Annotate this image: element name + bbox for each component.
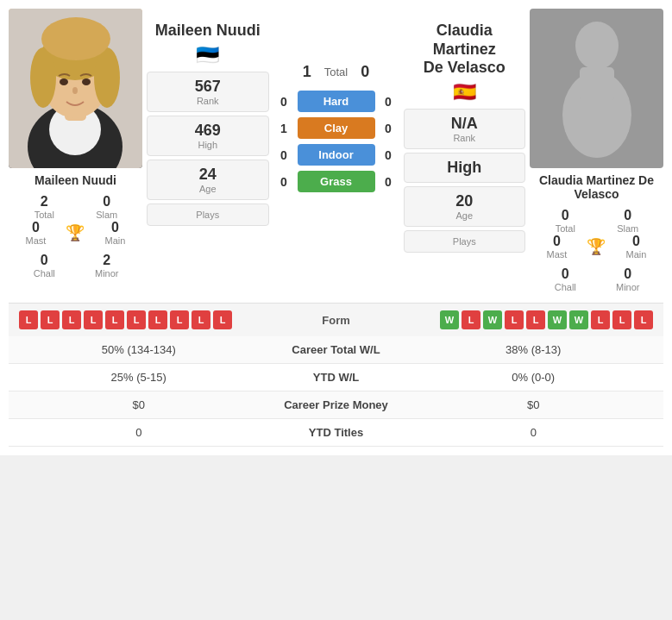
center-section: 1 Total 0 0 Hard 0 1 Clay 0 0 Indoor 0 0 (273, 9, 399, 195)
trophy-icon-left: 🏆 (66, 223, 85, 242)
player2-panel: Claudia Martinez De Velasco 0 Total 0 Sl… (530, 9, 663, 292)
player1-age-box: 24 Age (147, 160, 269, 200)
player2-form: WLWLLWWLLL (372, 310, 654, 329)
player1-name: Maileen Nuudi (35, 173, 116, 187)
form-badge: L (526, 310, 545, 329)
form-badge: W (548, 310, 567, 329)
form-label: Form (306, 314, 367, 327)
player2-minor: 0 Minor (601, 266, 656, 292)
clay-row: 1 Clay 0 (278, 117, 395, 139)
grass-button[interactable]: Grass (298, 171, 375, 192)
player1-bottom-stats: 0 Chall 2 Minor (9, 253, 142, 279)
player2-flag: 🇪🇸 (453, 81, 476, 103)
indoor-row: 0 Indoor 0 (278, 144, 395, 166)
grass-row: 0 Grass 0 (278, 171, 395, 192)
middle-panel: Maileen Nuudi 🇪🇪 567 Rank 469 High 24 Ag… (142, 9, 273, 229)
player2-silhouette (530, 9, 663, 168)
prize-label: Career Prize Money (259, 398, 414, 411)
ytd-wl-label: YTD W/L (259, 371, 414, 384)
ytd-wl-row: 25% (5-15) YTD W/L 0% (0-0) (9, 364, 663, 391)
player2-name: Claudia Martinez De Velasco (530, 173, 663, 201)
trophy-icon-right: 🏆 (587, 237, 606, 256)
form-badge: L (127, 310, 146, 329)
player2-plays-box: Plays (404, 230, 526, 253)
player1-trophy-row: 0 Mast 🏆 0 Main (9, 220, 142, 246)
svg-point-7 (94, 47, 120, 108)
svg-point-10 (72, 87, 78, 94)
player1-form: LLLLLLLLLL (19, 310, 301, 329)
player1-panel: Maileen Nuudi 2 Total 0 Slam 0 Mast 🏆 (9, 9, 142, 279)
titles-label: YTD Titles (259, 426, 414, 439)
player1-career-wl: 50% (134-134) (19, 343, 259, 356)
player2-chall: 0 Chall (538, 266, 593, 292)
clay-button[interactable]: Clay (298, 117, 375, 139)
player2-total: 0 Total (538, 208, 593, 234)
main-container: Maileen Nuudi 2 Total 0 Slam 0 Mast 🏆 (0, 0, 672, 455)
player2-slam: 0 Slam (601, 208, 656, 234)
player2-bottom-stats: 0 Chall 0 Minor (530, 266, 663, 292)
hard-button[interactable]: Hard (298, 91, 375, 112)
svg-point-8 (60, 78, 68, 85)
form-badge: L (213, 310, 232, 329)
player1-photo (9, 9, 142, 168)
form-badge: L (505, 310, 524, 329)
svg-point-11 (575, 22, 619, 70)
player1-high-box: 469 High (147, 116, 269, 156)
form-badge: L (170, 310, 189, 329)
svg-point-6 (30, 47, 56, 108)
player1-flag: 🇪🇪 (196, 44, 219, 66)
player2-main: 0 Main (626, 234, 647, 260)
svg-rect-13 (580, 67, 614, 102)
player2-header-name: Claudia Martinez De Velasco (404, 22, 526, 78)
player1-titles: 0 (19, 426, 259, 439)
form-badge: L (19, 310, 38, 329)
form-badge: W (440, 310, 459, 329)
form-badge: L (192, 310, 210, 329)
player1-ytd-wl: 25% (5-15) (19, 371, 259, 384)
player1-main: 0 Main (105, 220, 126, 246)
form-badge: L (612, 310, 631, 329)
form-badge: W (483, 310, 502, 329)
indoor-button[interactable]: Indoor (298, 144, 375, 166)
career-wl-row: 50% (134-134) Career Total W/L 38% (8-13… (9, 336, 663, 364)
player2-mast: 0 Mast (547, 234, 568, 260)
player2-ytd-wl: 0% (0-0) (414, 371, 654, 384)
player2-high-box: High (404, 153, 526, 183)
player1-header-name: Maileen Nuudi (155, 22, 261, 41)
player1-stats-grid: 2 Total 0 Slam (9, 194, 142, 220)
player2-prize: $0 (414, 398, 654, 411)
player1-chall: 0 Chall (17, 253, 72, 279)
form-badge: L (84, 310, 103, 329)
svg-point-9 (82, 78, 91, 85)
titles-row: 0 YTD Titles 0 (9, 419, 663, 447)
form-badge: W (569, 310, 588, 329)
player2-age-box: 20 Age (404, 186, 526, 227)
player2-rank-box: N/A Rank (404, 109, 526, 149)
player2-stats-grid: 0 Total 0 Slam (530, 208, 663, 234)
player2-career-wl: 38% (8-13) (414, 343, 654, 356)
player1-prize: $0 (19, 398, 259, 411)
hard-row: 0 Hard 0 (278, 91, 395, 112)
form-row: LLLLLLLLLL Form WLWLLWWLLL (9, 304, 663, 336)
form-badge: L (462, 310, 480, 329)
form-badge: L (634, 310, 653, 329)
player1-minor: 2 Minor (80, 253, 135, 279)
career-wl-label: Career Total W/L (259, 343, 414, 356)
form-badge: L (105, 310, 124, 329)
top-section: Maileen Nuudi 2 Total 0 Slam 0 Mast 🏆 (9, 9, 663, 292)
total-row: 1 Total 0 (303, 63, 370, 81)
stats-table: 50% (134-134) Career Total W/L 38% (8-13… (9, 336, 663, 447)
form-badge: L (41, 310, 60, 329)
form-badge: L (62, 310, 81, 329)
form-badge: L (148, 310, 167, 329)
player2-trophy-row: 0 Mast 🏆 0 Main (530, 234, 663, 260)
player2-photo (530, 9, 663, 168)
bottom-section: LLLLLLLLLL Form WLWLLWWLLL 50% (134-134)… (9, 303, 663, 447)
form-badge: L (591, 310, 610, 329)
prize-row: $0 Career Prize Money $0 (9, 391, 663, 419)
player1-plays-box: Plays (147, 204, 269, 226)
right-panel: Claudia Martinez De Velasco 🇪🇸 N/A Rank … (399, 9, 531, 256)
player1-total: 2 Total (17, 194, 72, 220)
player1-slam: 0 Slam (80, 194, 135, 220)
player1-mast: 0 Mast (26, 220, 47, 246)
